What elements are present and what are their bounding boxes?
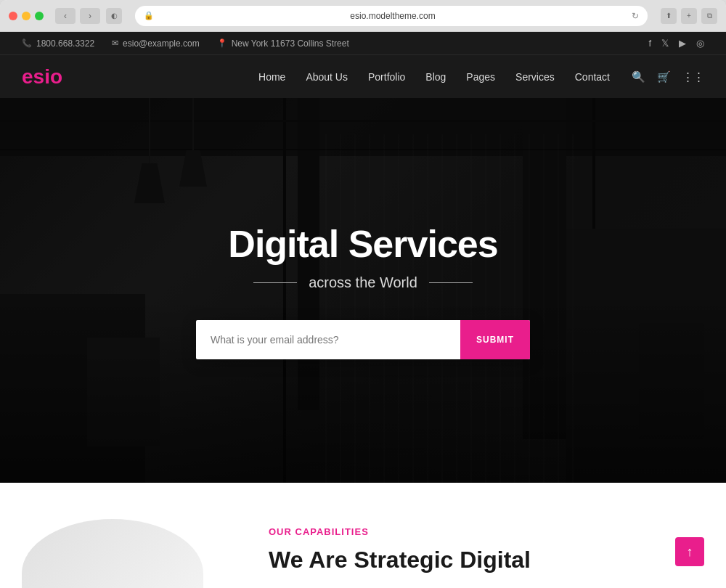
nav-services[interactable]: Services	[515, 71, 555, 83]
location-text: New York 11673 Collins Street	[232, 38, 349, 49]
back-button[interactable]: ‹	[55, 8, 76, 24]
nav-contact[interactable]: Contact	[575, 71, 610, 83]
email-info: ✉ esio@example.com	[112, 38, 200, 49]
scroll-top-button[interactable]: ↑	[675, 537, 704, 566]
tabs-icon[interactable]: ⧉	[701, 8, 717, 24]
traffic-lights	[9, 12, 44, 20]
info-bar-left: 📞 1800.668.3322 ✉ esio@example.com 📍 New…	[22, 38, 349, 49]
search-icon[interactable]: 🔍	[632, 70, 645, 83]
hero-content: Digital Services across the World SUBMIT	[0, 222, 726, 359]
email-icon: ✉	[112, 38, 118, 48]
address-bar-wrapper: 🔒 esio.modeltheme.com ↻	[135, 6, 648, 26]
nav-pages[interactable]: Pages	[466, 71, 495, 83]
below-fold-section: Our Capabilities We Are Strategic Digita…	[0, 483, 726, 588]
share-icon[interactable]: ⬆	[661, 8, 677, 24]
logo[interactable]: esio	[22, 65, 62, 89]
capabilities-title: We Are Strategic Digital	[269, 546, 704, 573]
subtitle-line-left	[253, 282, 297, 283]
shield-icon: 🔒	[144, 11, 154, 20]
instagram-icon[interactable]: ◎	[696, 38, 704, 49]
circle-graphic	[22, 519, 203, 588]
youtube-icon[interactable]: ▶	[679, 38, 686, 49]
arrow-up-icon: ↑	[687, 544, 693, 560]
nav-blog[interactable]: Blog	[425, 71, 446, 83]
logo-text: sio	[33, 65, 62, 88]
subtitle-line-right	[429, 282, 473, 283]
phone-info: 📞 1800.668.3322	[22, 38, 94, 49]
phone-icon: 📞	[22, 38, 32, 48]
maximize-button[interactable]	[35, 12, 44, 20]
email-form: SUBMIT	[196, 320, 530, 359]
reader-icon: ◐	[106, 8, 122, 24]
location-info: 📍 New York 11673 Collins Street	[217, 38, 349, 49]
info-bar: 📞 1800.668.3322 ✉ esio@example.com 📍 New…	[0, 32, 726, 54]
url-display[interactable]: esio.modeltheme.com	[158, 11, 627, 21]
logo-accent: e	[22, 65, 33, 88]
forward-button[interactable]: ›	[80, 8, 100, 24]
below-fold-graphic	[22, 519, 240, 588]
location-icon: 📍	[217, 38, 227, 48]
browser-action-icons: ⬆ + ⧉	[661, 8, 717, 24]
minimize-button[interactable]	[22, 12, 30, 20]
email-address: esio@example.com	[123, 38, 200, 49]
navbar: esio Home About Us Portfolio Blog Pages …	[0, 54, 726, 98]
close-button[interactable]	[9, 12, 17, 20]
nav-links: Home About Us Portfolio Blog Pages Servi…	[258, 70, 610, 83]
reload-icon[interactable]: ↻	[632, 11, 639, 21]
cart-icon[interactable]: 🛒	[657, 70, 671, 83]
hero-subtitle: across the World	[0, 274, 726, 291]
browser-window: ‹ › ◐ 🔒 esio.modeltheme.com ↻ ⬆ + ⧉ 📞 18…	[0, 0, 726, 588]
nav-home[interactable]: Home	[258, 71, 285, 83]
phone-number: 1800.668.3322	[36, 38, 94, 49]
hero-section: Digital Services across the World SUBMIT	[0, 98, 726, 483]
grid-icon[interactable]: ⋮⋮	[682, 70, 704, 83]
capabilities-label: Our Capabilities	[269, 526, 704, 537]
submit-button[interactable]: SUBMIT	[460, 320, 530, 359]
twitter-icon[interactable]: 𝕏	[661, 38, 669, 49]
hero-subtitle-text: across the World	[309, 274, 417, 291]
new-tab-icon[interactable]: +	[681, 8, 697, 24]
nav-about[interactable]: About Us	[306, 71, 348, 83]
social-icons: f 𝕏 ▶ ◎	[648, 38, 704, 49]
hero-title: Digital Services	[0, 222, 726, 266]
capabilities-section: Our Capabilities We Are Strategic Digita…	[269, 519, 704, 588]
browser-titlebar: ‹ › ◐ 🔒 esio.modeltheme.com ↻ ⬆ + ⧉	[0, 0, 726, 32]
browser-controls: ‹ ›	[55, 8, 100, 24]
nav-icons: 🔍 🛒 ⋮⋮	[632, 70, 704, 83]
email-input[interactable]	[196, 320, 460, 359]
facebook-icon[interactable]: f	[648, 38, 651, 49]
nav-portfolio[interactable]: Portfolio	[368, 71, 405, 83]
